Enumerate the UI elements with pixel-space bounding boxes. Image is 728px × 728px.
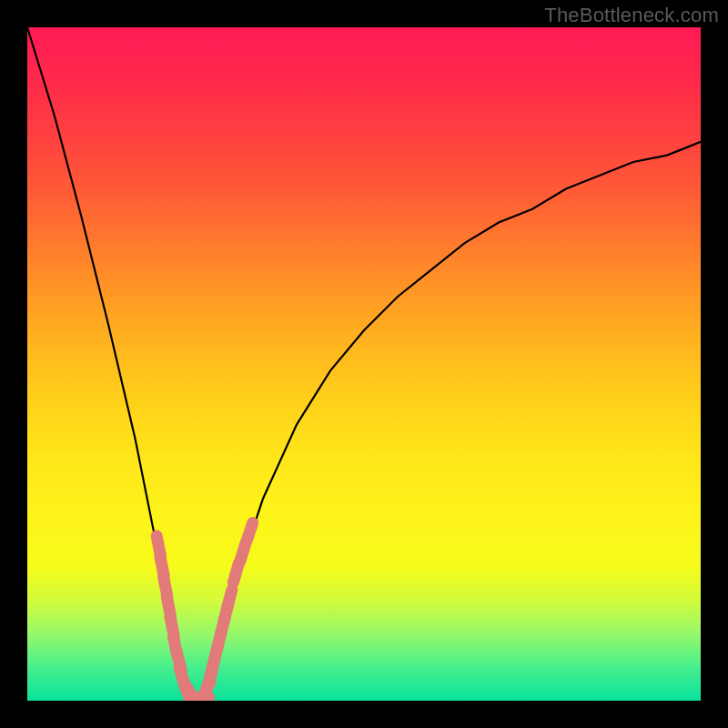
marker-point (233, 563, 238, 582)
marker-group (157, 523, 253, 701)
curve-layer (27, 27, 701, 701)
marker-point (247, 523, 253, 542)
marker-point (220, 617, 225, 636)
watermark-text: TheBottleneck.com (544, 4, 719, 27)
marker-point (240, 543, 246, 562)
marker-point (201, 682, 210, 700)
marker-point (179, 668, 185, 687)
chart-container: TheBottleneck.com (0, 0, 728, 728)
plot-area (27, 27, 701, 701)
marker-point (186, 684, 193, 701)
marker-point (177, 651, 181, 670)
marker-point (157, 536, 160, 556)
marker-point (160, 556, 164, 576)
marker-point (227, 590, 232, 609)
marker-point (170, 617, 174, 637)
marker-point (214, 644, 218, 663)
marker-point (167, 597, 170, 617)
marker-point (173, 637, 177, 656)
marker-point (224, 603, 228, 622)
marker-point (164, 576, 167, 596)
marker-point (210, 657, 216, 676)
marker-point (206, 671, 212, 690)
marker-point (182, 678, 188, 697)
marker-point (217, 631, 221, 650)
bottleneck-curve (27, 27, 701, 701)
marker-point (187, 689, 197, 701)
